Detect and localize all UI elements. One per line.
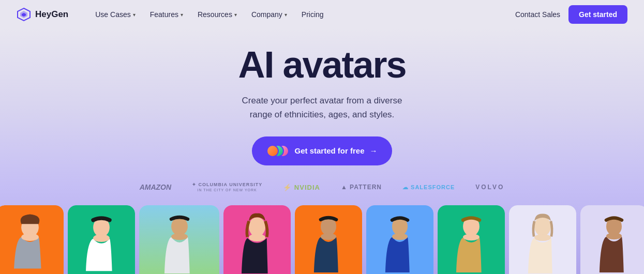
logo-columbia: ✦ COLUMBIA UNIVERSITYIN THE CITY OF NEW … [192,182,262,193]
nav-right: Contact Sales Get started [515,5,627,24]
avatar-card-5 [295,205,362,274]
svg-point-16 [463,234,480,240]
contact-sales-link[interactable]: Contact Sales [515,10,560,19]
person-silhouette-3 [156,210,203,274]
avatar-figure-6 [366,205,433,274]
navigation: HeyGen Use Cases ▾ Features ▾ Resources … [0,0,644,29]
logos-row: amazon ✦ COLUMBIA UNIVERSITYIN THE CITY … [140,178,505,197]
svg-point-10 [249,234,265,241]
avatar-figure-9 [580,205,644,274]
nav-company[interactable]: Company ▾ [245,7,293,22]
chevron-down-icon: ▾ [284,12,287,18]
avatar-card-1 [0,205,64,274]
logo-nvidia: ⚡ NVIDIA [283,184,320,191]
heygen-logo-icon [17,7,31,22]
logo-salesforce: ☁ salesforce [402,184,455,191]
svg-point-4 [21,233,39,241]
logo-pattern: ▲ pattern [341,184,382,191]
chevron-down-icon: ▾ [181,12,183,18]
logo-amazon: amazon [140,183,171,191]
person-silhouette-2 [78,210,125,274]
person-silhouette-6 [377,210,423,274]
hero-subtitle: Create your perfect avatar from a divers… [234,94,410,121]
logo[interactable]: HeyGen [17,7,68,22]
nav-use-cases[interactable]: Use Cases ▾ [89,7,141,22]
svg-point-20 [606,233,622,239]
avatar-card-8 [509,205,576,274]
avatar-figure-3 [139,205,219,274]
avatar-figure-5 [295,205,362,274]
hero-section: AI avatars Create your perfect avatar fr… [0,29,644,274]
cta-avatar-group [266,144,289,158]
chevron-down-icon: ▾ [133,12,136,18]
svg-point-14 [392,233,408,240]
avatar-figure-8 [509,205,576,274]
nav-features[interactable]: Features ▾ [144,7,189,22]
svg-point-18 [534,234,551,241]
get-started-nav-button[interactable]: Get started [568,5,627,24]
svg-point-12 [321,233,336,240]
person-silhouette-1 [7,210,53,274]
svg-point-7 [171,217,188,236]
cta-avatar-1 [266,145,279,157]
nav-links: Use Cases ▾ Features ▾ Resources ▾ Compa… [89,7,515,22]
avatar-card-6 [366,205,433,274]
avatar-card-4 [223,205,291,274]
avatar-figure-4 [223,205,291,274]
avatars-row [0,205,644,274]
svg-point-6 [93,234,110,242]
svg-point-8 [171,233,188,240]
avatar-card-3 [139,205,219,274]
person-silhouette-4 [234,210,280,274]
arrow-icon: → [370,146,378,155]
hero-title: AI avatars [238,44,406,85]
chevron-down-icon: ▾ [234,12,237,18]
avatar-card-2 [68,205,135,274]
avatar-figure-2 [68,205,135,274]
logo-text: HeyGen [35,9,68,20]
avatar-figure-7 [438,205,505,274]
cta-button[interactable]: Get started for free → [252,136,392,165]
logo-volvo: VOLVO [475,184,504,191]
person-silhouette-9 [591,210,637,274]
avatar-figure-1 [0,205,64,274]
person-silhouette-7 [448,210,495,274]
avatar-card-7 [438,205,505,274]
person-silhouette-5 [305,210,352,274]
cta-label: Get started for free [294,146,364,155]
avatar-card-9 [580,205,644,274]
nav-pricing[interactable]: Pricing [295,7,330,22]
svg-point-17 [534,217,551,236]
nav-resources[interactable]: Resources ▾ [191,7,243,22]
person-silhouette-8 [519,210,566,274]
